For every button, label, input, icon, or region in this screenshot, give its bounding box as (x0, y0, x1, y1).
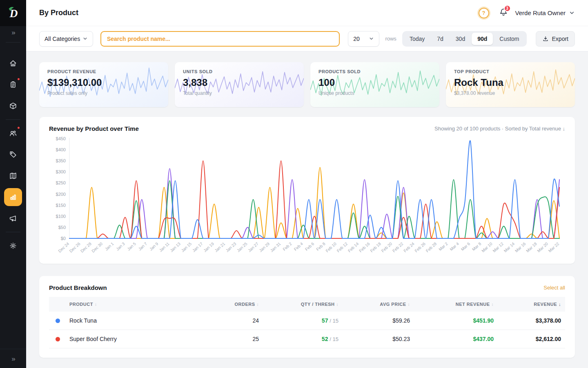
search-input[interactable] (107, 36, 333, 42)
svg-text:Mar 16: Mar 16 (514, 241, 527, 253)
sidebar-item-home[interactable] (4, 54, 22, 72)
svg-text:$400: $400 (56, 147, 66, 152)
stat-label: PRODUCT REVENUE (47, 69, 160, 74)
megaphone-icon (9, 214, 17, 222)
sidebar-item-catalog[interactable] (4, 167, 22, 185)
svg-text:Mar 6: Mar 6 (460, 241, 471, 252)
col-net-revenue[interactable]: NET REVENUE↕ (414, 297, 498, 312)
stat-cards-row: PRODUCT REVENUE $139,310.00 Product sale… (39, 62, 575, 107)
col-avg-price[interactable]: AVG PRICE↕ (343, 297, 414, 312)
table-header-row: Product Breakdown Select all (49, 284, 565, 291)
svg-text:Feb 22: Feb 22 (392, 241, 404, 253)
user-menu[interactable]: Verde Ruta Owner (515, 9, 575, 16)
chart-title: Revenue by Product over Time (49, 125, 139, 132)
svg-text:$300: $300 (56, 169, 66, 174)
svg-text:$50: $50 (58, 225, 66, 230)
home-icon (9, 59, 17, 67)
sidebar-item-products[interactable] (4, 97, 22, 115)
svg-text:Jan 15: Jan 15 (180, 241, 193, 253)
customers-people-icon (9, 129, 17, 137)
notifications-button[interactable]: 3 (499, 8, 508, 18)
sidebar-item-tags[interactable] (4, 146, 22, 164)
svg-text:Feb 24: Feb 24 (403, 241, 415, 253)
app-root: D » (0, 0, 588, 368)
stat-value: $139,310.00 (47, 77, 160, 88)
svg-text:Dec 30: Dec 30 (91, 241, 103, 254)
svg-text:Mar 10: Mar 10 (481, 241, 493, 253)
stat-label: TOP PRODUCT (454, 69, 567, 74)
svg-text:$450: $450 (56, 136, 66, 141)
avg-price-cell: $59.26 (343, 312, 414, 330)
map-icon (9, 172, 17, 180)
sort-icon: ↕ (95, 302, 97, 307)
svg-text:Jan 11: Jan 11 (158, 241, 170, 253)
svg-text:Jan 29: Jan 29 (258, 241, 271, 253)
sort-icon: ↕ (257, 302, 259, 307)
svg-text:Feb 28: Feb 28 (425, 241, 438, 253)
svg-text:$0: $0 (61, 236, 66, 241)
svg-text:$250: $250 (56, 180, 66, 185)
sidebar-divider (6, 232, 20, 232)
stat-card-top-product: TOP PRODUCT Rock Tuna $3,378.00 revenue (446, 62, 575, 107)
col-orders[interactable]: ORDERS↕ (214, 297, 263, 312)
sidebar-item-customers[interactable] (4, 124, 22, 142)
svg-text:Feb 14: Feb 14 (347, 241, 360, 253)
select-all-link[interactable]: Select all (543, 285, 565, 291)
export-button[interactable]: Export (536, 31, 575, 47)
category-select[interactable]: All Categories (39, 31, 93, 47)
svg-text:Dec 24: Dec 24 (57, 241, 70, 254)
series-color-dot (56, 337, 60, 341)
sidebar-item-analytics[interactable] (4, 188, 22, 206)
header-actions: ? 3 Verde Ruta Owner (479, 8, 575, 18)
main-column: By Product ? 3 Verde Ruta Owner All C (26, 0, 588, 368)
sidebar-item-settings[interactable] (4, 237, 22, 255)
rows-select[interactable]: 20 (348, 31, 379, 47)
sidebar-expand-button[interactable]: » (7, 26, 18, 39)
chevron-down-icon (569, 10, 575, 16)
svg-text:Jan 19: Jan 19 (203, 241, 215, 253)
sidebar-collapse-button[interactable]: » (7, 352, 18, 366)
range-90d[interactable]: 90d (472, 33, 493, 45)
filter-bar: All Categories 20 rows Today 7d 30d 90d … (26, 26, 588, 52)
chevron-down-icon (369, 36, 374, 41)
stat-subtext: Unique products (318, 90, 431, 96)
revenue-cell: $2,612.00 (498, 330, 565, 348)
analytics-bars-icon (9, 193, 17, 201)
range-30d[interactable]: 30d (450, 33, 471, 45)
chart-header: Revenue by Product over Time Showing 20 … (49, 125, 565, 132)
export-label: Export (552, 36, 568, 42)
col-product[interactable]: PRODUCT↕ (49, 297, 214, 312)
svg-text:Jan 23: Jan 23 (225, 241, 237, 253)
user-name: Verde Ruta Owner (515, 9, 566, 16)
chart-meta: Showing 20 of 100 products · Sorted by T… (434, 126, 565, 132)
date-range-group: Today 7d 30d 90d Custom (402, 31, 527, 47)
download-icon (542, 36, 549, 42)
qty-cell: 57 / 15 (263, 312, 343, 330)
table-row[interactable]: Rock Tuna 24 57 / 15 $59.26 $451.90 $3,3… (49, 312, 565, 330)
table-head: PRODUCT↕ ORDERS↕ QTY / THRESH↕ AVG PRICE… (49, 297, 565, 312)
sidebar-item-marketing[interactable] (4, 209, 22, 227)
svg-text:Mar 20: Mar 20 (537, 241, 549, 253)
svg-text:Jan 5: Jan 5 (126, 241, 137, 251)
customers-notification-dot (17, 126, 20, 130)
sidebar-item-orders[interactable] (4, 76, 22, 94)
sort-icon: ↕ (492, 302, 494, 307)
avg-price-cell: $50.23 (343, 330, 414, 348)
table-row[interactable]: Super Boof Cherry 25 52 / 15 $50.23 $437… (49, 330, 565, 348)
col-revenue[interactable]: REVENUE↓ (498, 297, 565, 312)
help-icon[interactable]: ? (479, 8, 489, 18)
range-today[interactable]: Today (404, 33, 430, 45)
product-name: Super Boof Cherry (69, 336, 117, 342)
svg-text:Jan 27: Jan 27 (247, 241, 259, 253)
svg-text:Feb 2: Feb 2 (282, 241, 293, 252)
col-qty-thresh[interactable]: QTY / THRESH↕ (263, 297, 343, 312)
rows-select-value: 20 (353, 36, 360, 42)
svg-text:Jan 1: Jan 1 (104, 241, 115, 251)
range-custom[interactable]: Custom (494, 33, 525, 45)
range-7d[interactable]: 7d (431, 33, 449, 45)
chevron-down-icon (82, 36, 88, 41)
rows-label: rows (385, 36, 396, 42)
stat-card-products-sold: PRODUCTS SOLD 100 Unique products (310, 62, 439, 107)
orders-clipboard-icon (9, 81, 17, 89)
sidebar-divider (6, 119, 20, 120)
